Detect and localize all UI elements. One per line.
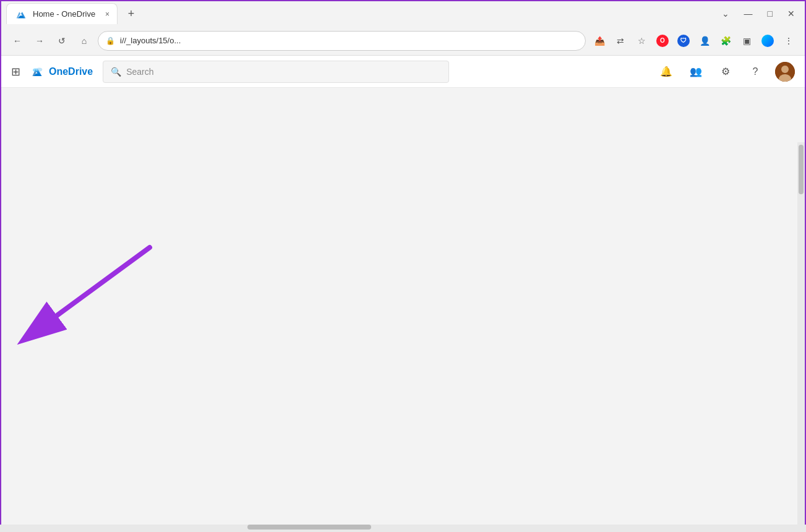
- new-tab-button[interactable]: +: [122, 5, 140, 22]
- horizontal-scrollbar-thumb[interactable]: [247, 525, 371, 530]
- share-browser-icon[interactable]: ⇄: [612, 32, 629, 49]
- topbar-actions: 🔔 👥 ⚙ ?: [656, 62, 795, 82]
- scrollbar-thumb[interactable]: [799, 145, 804, 194]
- unknown-ext-icon[interactable]: 👤: [696, 32, 713, 49]
- url-display: i//_layouts/15/o...: [120, 36, 578, 45]
- scrollbar-track[interactable]: [797, 142, 805, 531]
- share-people-icon[interactable]: 👥: [686, 62, 706, 82]
- window-controls: ⌄ — □ ✕: [717, 6, 800, 21]
- search-placeholder: Search: [126, 67, 153, 77]
- avatar-image: [775, 62, 795, 82]
- horizontal-scrollbar[interactable]: [0, 525, 806, 532]
- onedrive-logo-icon: [30, 65, 44, 79]
- help-icon[interactable]: ?: [745, 62, 765, 82]
- address-bar[interactable]: 🔒 i//_layouts/15/o...: [98, 31, 586, 51]
- app-logo: OneDrive: [30, 65, 93, 79]
- back-button[interactable]: ←: [9, 32, 26, 49]
- tab-close-button[interactable]: ×: [105, 10, 109, 19]
- bitwarden-icon: 🛡: [677, 35, 690, 47]
- opera-icon: O: [656, 35, 669, 47]
- maximize-button[interactable]: □: [763, 6, 778, 21]
- sidebar-toggle-icon[interactable]: ▣: [738, 32, 755, 49]
- grid-icon[interactable]: ⊞: [11, 65, 20, 79]
- more-options-icon[interactable]: ⋮: [780, 32, 797, 49]
- lock-icon: 🔒: [106, 36, 115, 45]
- tab-title: Home - OneDrive: [33, 9, 95, 19]
- bookmark-icon[interactable]: ☆: [633, 32, 650, 49]
- search-icon: 🔍: [111, 67, 121, 77]
- bitwarden-ext-icon[interactable]: 🛡: [675, 32, 692, 49]
- svg-line-9: [57, 247, 150, 315]
- tab-favicon: [14, 7, 28, 21]
- browser-toolbar: ← → ↺ ⌂ 🔒 i//_layouts/15/o... 📤 ⇄ ☆ O 🛡 …: [1, 26, 805, 56]
- user-avatar[interactable]: [775, 62, 795, 82]
- browser-titlebar: Home - OneDrive × + ⌄ — □ ✕: [1, 1, 805, 26]
- tab-bar: Home - OneDrive × +: [6, 3, 714, 24]
- window-dropdown[interactable]: ⌄: [717, 6, 734, 21]
- annotation-arrow: [38, 241, 174, 365]
- settings-icon[interactable]: ⚙: [716, 62, 735, 82]
- app-topbar: ⊞ OneDrive 🔍 Search 🔔 👥 ⚙ ?: [1, 56, 805, 88]
- forward-button[interactable]: →: [31, 32, 48, 49]
- active-tab[interactable]: Home - OneDrive ×: [6, 3, 118, 24]
- minimize-button[interactable]: —: [739, 6, 758, 21]
- splashui-icon: [761, 35, 774, 47]
- opera-ext-icon[interactable]: O: [654, 32, 671, 49]
- notification-icon[interactable]: 🔔: [656, 62, 676, 82]
- splashui-ext-icon[interactable]: [759, 32, 776, 49]
- browser-toolbar-icons: 📤 ⇄ ☆ O 🛡 👤 🧩 ▣ ⋮: [591, 32, 797, 49]
- search-bar[interactable]: 🔍 Search: [103, 61, 449, 83]
- download-icon[interactable]: 📤: [591, 32, 608, 49]
- extensions-icon[interactable]: 🧩: [717, 32, 734, 49]
- svg-point-1: [36, 67, 43, 71]
- reload-button[interactable]: ↺: [53, 32, 71, 49]
- svg-point-3: [781, 66, 789, 73]
- home-button[interactable]: ⌂: [75, 32, 93, 49]
- app-title: OneDrive: [49, 66, 93, 77]
- close-button[interactable]: ✕: [782, 6, 800, 21]
